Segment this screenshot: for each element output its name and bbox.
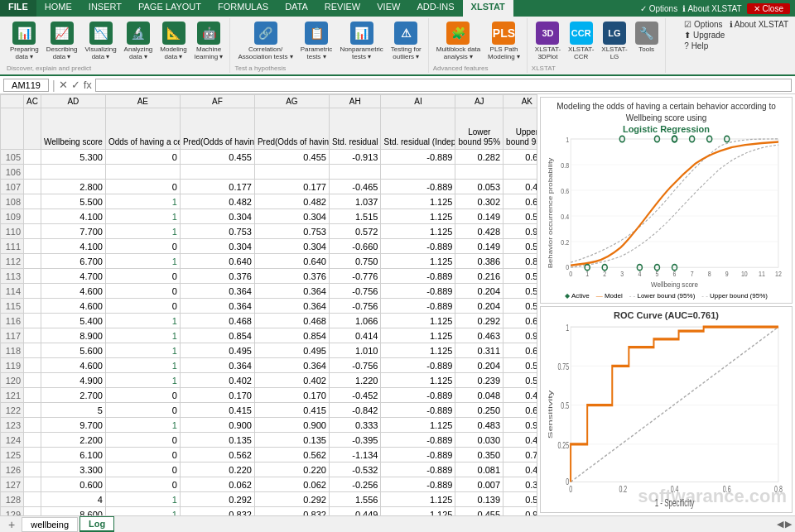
cell[interactable]: 0.386 [455,254,504,269]
cell[interactable] [381,165,455,180]
cell[interactable]: -0.452 [329,388,381,403]
cell[interactable]: 0.220 [180,463,254,477]
cell[interactable]: 0 [105,269,180,284]
cell[interactable]: -0.889 [381,284,455,299]
cell[interactable]: 2.800 [41,180,105,194]
cell[interactable] [105,165,180,180]
col-ah[interactable]: AH [329,95,381,108]
correlation-btn[interactable]: 🔗 Correlation/Association tests ▾ [234,20,296,63]
cell[interactable]: 0.750 [329,254,381,269]
cell[interactable] [24,314,41,328]
cell[interactable]: 9.700 [41,418,105,433]
cell[interactable]: 0.482 [254,194,329,209]
cell[interactable]: 5.300 [41,150,105,165]
cell[interactable]: -0.889 [381,299,455,314]
cell[interactable]: 0.149 [455,239,504,254]
lg-btn[interactable]: LG XLSTAT-LG [598,20,630,63]
cell[interactable]: 0.216 [455,269,504,284]
cell[interactable]: 0.468 [254,314,329,328]
cell[interactable]: 1 [105,209,180,224]
cell[interactable]: 1 [105,373,180,388]
multiblock-btn[interactable]: 🧩 Multiblock dataanalysis ▾ [433,20,484,63]
cell[interactable]: 0.364 [180,284,254,299]
name-box[interactable] [3,79,49,92]
row-number[interactable]: 114 [1,284,24,299]
cell[interactable]: 0.753 [254,224,329,239]
cell[interactable]: -0.842 [329,403,381,418]
cell[interactable]: 0.562 [254,448,329,463]
modeling-data-btn[interactable]: 📐 Modelingdata ▾ [157,20,190,63]
cell[interactable]: 0.292 [180,492,254,507]
cell[interactable]: 5.500 [41,194,105,209]
cell[interactable]: 0.376 [180,269,254,284]
row-number[interactable]: 109 [1,209,24,224]
cell[interactable]: 0.204 [455,284,504,299]
row-number[interactable]: 124 [1,433,24,448]
cell[interactable]: 0.170 [180,388,254,403]
cell[interactable]: 2.700 [41,388,105,403]
pls-btn[interactable]: PLS PLS PathModeling ▾ [484,20,523,63]
cell[interactable] [24,507,41,516]
cell[interactable]: 0 [105,433,180,448]
cell[interactable]: 0.177 [254,180,329,194]
cell[interactable]: -0.889 [381,433,455,448]
cell[interactable]: 0.170 [254,388,329,403]
cell[interactable]: 1.125 [381,373,455,388]
visualizing-data-btn[interactable]: 📉 Visualizingdata ▾ [81,20,119,63]
cell[interactable]: 0.292 [254,492,329,507]
cell[interactable]: 0.854 [180,328,254,343]
function-icon[interactable]: fx [84,79,92,91]
cell[interactable]: 8.600 [41,507,105,516]
cell[interactable]: -0.889 [381,180,455,194]
cell[interactable]: 0.832 [254,507,329,516]
add-sheet-btn[interactable]: + [3,516,20,533]
cell[interactable]: 0.456 [504,180,537,194]
cell[interactable]: 0.302 [455,194,504,209]
cell[interactable]: 0.680 [504,343,537,358]
cell[interactable]: -0.889 [381,448,455,463]
cell[interactable]: 5.600 [41,343,105,358]
cell[interactable]: 6.100 [41,448,105,463]
cell[interactable]: 0.455 [180,150,254,165]
cell[interactable]: 0.139 [455,492,504,507]
cell[interactable] [24,209,41,224]
row-number[interactable]: 119 [1,358,24,373]
formula-input[interactable] [95,79,792,92]
cell[interactable]: 1.556 [329,492,381,507]
cell[interactable]: -0.756 [329,358,381,373]
cell[interactable]: 0.364 [180,358,254,373]
tab-view[interactable]: VIEW [369,0,408,17]
cell[interactable]: 0.282 [455,150,504,165]
cell[interactable]: 4 [41,492,105,507]
cell[interactable]: 0.601 [504,403,537,418]
cell[interactable]: 4.900 [41,373,105,388]
nonparametric-btn[interactable]: 📊 Nonparametrictests ▾ [336,20,386,63]
cell[interactable]: 4.100 [41,209,105,224]
cell[interactable]: 1 [105,358,180,373]
help-btn[interactable]: ? Help [684,41,708,50]
cell[interactable]: 0.455 [455,507,504,516]
cell[interactable]: 0.569 [504,269,537,284]
cell[interactable]: 0.364 [180,299,254,314]
cell[interactable]: 0.436 [504,433,537,448]
cell[interactable]: 0.415 [254,403,329,418]
cell[interactable]: 1.125 [381,209,455,224]
cell[interactable]: -1.134 [329,448,381,463]
cancel-icon[interactable]: ✕ [59,79,68,91]
row-number[interactable]: 118 [1,343,24,358]
tab-addins[interactable]: ADD-INS [408,0,462,17]
cell[interactable]: 0.135 [254,433,329,448]
cell[interactable] [24,180,41,194]
cell[interactable]: 1 [105,418,180,433]
row-number[interactable]: 127 [1,477,24,492]
cell[interactable]: 0.376 [254,269,329,284]
cell[interactable] [24,269,41,284]
cell[interactable]: 0.572 [329,224,381,239]
cell[interactable]: 0.402 [180,373,254,388]
cell[interactable]: 0.081 [455,463,504,477]
cell[interactable] [24,284,41,299]
tab-insert[interactable]: INSERT [80,0,130,17]
cell[interactable]: -0.395 [329,433,381,448]
cell[interactable]: 0.364 [254,284,329,299]
cell[interactable]: 0 [105,284,180,299]
